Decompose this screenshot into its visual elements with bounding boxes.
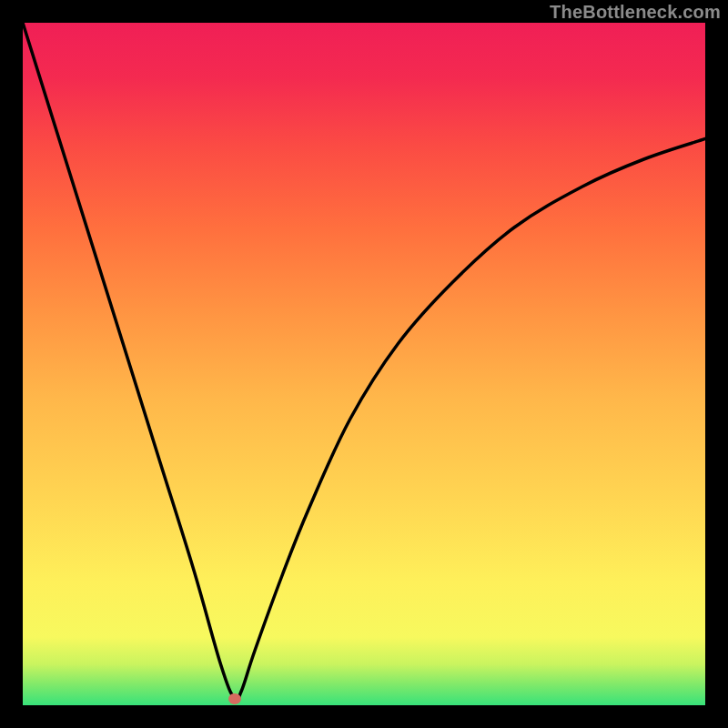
minimum-marker — [228, 693, 241, 704]
chart-frame: TheBottleneck.com — [0, 0, 728, 728]
bottleneck-curve — [23, 23, 705, 701]
watermark-text: TheBottleneck.com — [550, 2, 721, 23]
curve-svg — [23, 23, 705, 705]
plot-area — [23, 23, 705, 705]
